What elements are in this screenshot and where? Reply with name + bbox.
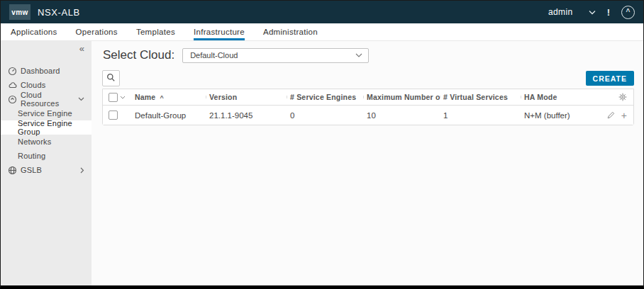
- column-header-name[interactable]: Name^: [131, 93, 206, 101]
- add-plus-icon[interactable]: +: [621, 110, 627, 120]
- main-content: Select Cloud: Default-Cloud CREATE: [91, 41, 643, 285]
- gear-icon[interactable]: [618, 93, 627, 101]
- tab-infrastructure[interactable]: Infrastructure: [194, 23, 245, 40]
- alerts-icon[interactable]: !: [606, 7, 611, 18]
- sidebar-item-label: Service Engine: [18, 109, 72, 118]
- search-button[interactable]: [102, 70, 120, 86]
- cell-ha-mode: N+M (buffer): [521, 111, 609, 120]
- chevron-down-icon[interactable]: [78, 97, 84, 101]
- globe-icon: [8, 166, 17, 175]
- select-all-checkbox[interactable]: [109, 93, 118, 102]
- chevron-down-icon[interactable]: [589, 10, 596, 15]
- sidebar-item-label: Routing: [18, 152, 45, 160]
- app-window: vmw NSX-ALB admin ! ^ Applications Opera…: [0, 0, 644, 289]
- sidebar-item-cloud-resources[interactable]: Cloud Resources: [1, 92, 91, 106]
- column-header-max-number[interactable]: Maximum Number of S...: [363, 93, 440, 101]
- row-checkbox[interactable]: [109, 110, 118, 120]
- create-button[interactable]: CREATE: [586, 71, 634, 86]
- avi-logo-icon[interactable]: ^: [621, 6, 635, 19]
- column-header-ha-mode[interactable]: HA Mode: [521, 93, 609, 101]
- sidebar-item-clouds[interactable]: Clouds: [1, 78, 91, 92]
- tab-applications[interactable]: Applications: [11, 23, 57, 40]
- sidebar-item-label: Networks: [18, 137, 51, 146]
- tab-templates[interactable]: Templates: [136, 23, 175, 40]
- top-bar: vmw NSX-ALB admin ! ^: [1, 1, 643, 23]
- table-header-row: Name^ Version # Service Engines Maximum …: [103, 89, 633, 106]
- chevron-down-icon[interactable]: [120, 96, 126, 99]
- edit-pencil-icon[interactable]: [607, 111, 615, 119]
- sidebar-item-dashboard[interactable]: Dashboard: [1, 64, 91, 78]
- tab-administration[interactable]: Administration: [263, 23, 318, 40]
- column-header-service-engines[interactable]: # Service Engines: [287, 93, 363, 101]
- column-settings-cell: [609, 93, 633, 101]
- sidebar-item-label: Clouds: [21, 81, 45, 89]
- table-row[interactable]: Default-Group 21.1.1-9045 0 10 1 N+M (bu…: [103, 106, 633, 125]
- sidebar-item-routing[interactable]: Routing: [1, 149, 91, 163]
- clouds-icon: [8, 81, 17, 90]
- select-cloud-label: Select Cloud:: [103, 48, 174, 62]
- sidebar-item-service-engine-group[interactable]: Service Engine Group: [1, 120, 91, 135]
- cloud-selected-value: Default-Cloud: [190, 51, 238, 60]
- sidebar-item-gslb[interactable]: GSLB: [1, 163, 91, 177]
- sidebar-item-label: GSLB: [21, 166, 42, 174]
- vmware-logo: vmw: [9, 4, 30, 20]
- sidebar-item-networks[interactable]: Networks: [1, 135, 91, 149]
- chevron-down-icon: [355, 53, 362, 57]
- app-title: NSX-ALB: [38, 7, 80, 18]
- cloud-select-dropdown[interactable]: Default-Cloud: [182, 48, 369, 63]
- sidebar-collapse-icon[interactable]: «: [79, 44, 84, 55]
- sidebar-item-label: Service Engine Group: [18, 119, 84, 136]
- column-header-version[interactable]: Version: [206, 93, 287, 101]
- user-menu[interactable]: admin: [548, 7, 573, 17]
- sidebar-item-label: Cloud Resources: [21, 91, 78, 108]
- column-header-virtual-services[interactable]: # Virtual Services: [440, 93, 521, 101]
- primary-nav: Applications Operations Templates Infras…: [1, 23, 643, 41]
- cell-virtual-services: 1: [440, 111, 521, 120]
- service-engine-group-table: Name^ Version # Service Engines Maximum …: [102, 89, 634, 125]
- cell-name: Default-Group: [131, 111, 206, 120]
- row-actions: +: [609, 110, 633, 120]
- cell-version: 21.1.1-9045: [206, 111, 287, 120]
- dashboard-icon: [8, 67, 17, 76]
- sidebar-item-label: Dashboard: [21, 67, 60, 75]
- sidebar-item-service-engine[interactable]: Service Engine: [1, 106, 91, 120]
- cell-max-number: 10: [363, 111, 440, 120]
- chevron-right-icon[interactable]: [80, 167, 84, 174]
- search-icon: [106, 72, 116, 85]
- tab-operations[interactable]: Operations: [76, 23, 118, 40]
- sort-ascending-icon: ^: [160, 94, 163, 101]
- cloud-resources-icon: [8, 95, 17, 104]
- sidebar: « Dashboard Clouds: [1, 41, 91, 285]
- cell-service-engines: 0: [287, 111, 363, 120]
